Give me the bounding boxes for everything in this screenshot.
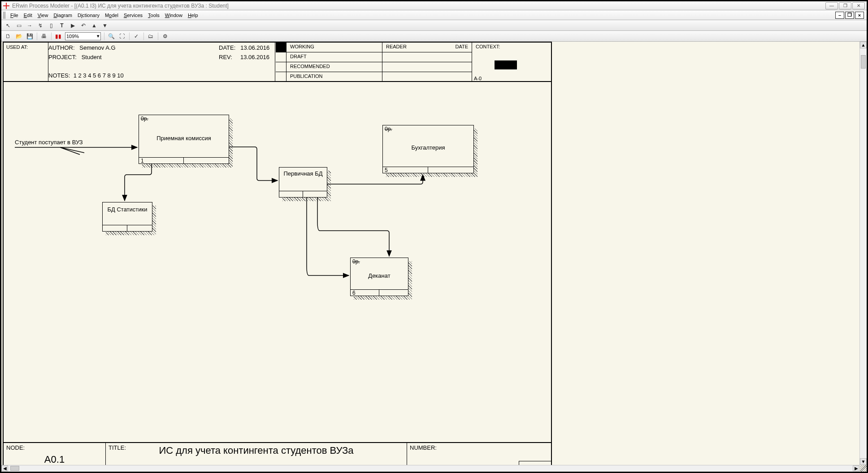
arrow-tool-icon[interactable]: → — [26, 22, 34, 30]
save-icon[interactable]: 💾 — [26, 32, 34, 40]
idef0-frame: USED AT: AUTHOR: Semenov A.G PROJECT: St… — [3, 42, 552, 465]
workspace: USED AT: AUTHOR: Semenov A.G PROJECT: St… — [1, 42, 867, 465]
activity-box-2[interactable]: 0р. Бухгалтерия 5 — [382, 125, 474, 173]
input-arrow-label: Студент поступает в ВУЗ — [15, 139, 83, 146]
go-parent-icon[interactable]: ▶ — [69, 22, 77, 30]
box1-num: 1 — [139, 158, 184, 163]
mdi-restore-button[interactable]: ❐ — [845, 12, 854, 19]
window-title: ERwin Process Modeler - [(A0.1 I3) ИС дл… — [12, 3, 229, 9]
nav-down-icon[interactable]: ▼ — [101, 22, 109, 30]
box1-title: Приемная комиссия — [139, 135, 229, 142]
horizontal-scrollbar[interactable]: ◀ ▶ — [1, 465, 859, 472]
separator — [143, 32, 144, 40]
maximize-button[interactable]: ❐ — [839, 2, 851, 9]
box5-num: 6 — [351, 290, 379, 296]
zoom-in-icon[interactable]: 🔍 — [107, 32, 115, 40]
menubar: File Edit View Diagram Dictionary Model … — [1, 10, 867, 20]
status-marker — [276, 43, 286, 52]
zoom-select[interactable]: 109% ▾ — [65, 32, 101, 40]
separator — [157, 32, 158, 40]
scroll-thumb[interactable] — [861, 55, 866, 69]
label-author: AUTHOR: — [48, 44, 75, 51]
label-date: DATE: — [219, 44, 235, 51]
menu-services[interactable]: Services — [121, 12, 145, 19]
context-thumbnail — [495, 60, 517, 69]
label-date2: DATE — [445, 43, 472, 52]
box3-title: Первичная БД — [279, 170, 327, 177]
reports-icon[interactable]: ▮▮ — [54, 32, 62, 40]
mdi-close-button[interactable]: × — [855, 12, 864, 19]
print-icon[interactable]: 🖶 — [40, 32, 48, 40]
value-rev: 13.06.2016 — [240, 54, 269, 60]
minimize-button[interactable]: — — [825, 2, 838, 9]
box2-title: Бухгалтерия — [383, 144, 473, 151]
header-used-at: USED AT: — [4, 43, 48, 82]
toolbar-drawing: ↖ ▭ → ↯ ▯ T ▶ ↶ ▲ ▼ — [1, 20, 867, 31]
datastore-box-3[interactable]: Первичная БД — [279, 167, 327, 198]
activity-box-1[interactable]: 0р. Приемная комиссия 1 — [139, 115, 229, 164]
size-grip[interactable] — [860, 465, 867, 472]
pointer-tool-icon[interactable]: ↖ — [4, 22, 12, 30]
scroll-right-icon[interactable]: ▶ — [853, 465, 859, 471]
label-reader: READER — [382, 43, 445, 52]
scroll-up-icon[interactable]: ▲ — [860, 42, 867, 48]
titlebar: ERwin Process Modeler - [(A0.1 I3) ИС дл… — [1, 1, 867, 10]
separator — [104, 32, 104, 40]
menu-diagram[interactable]: Diagram — [51, 12, 75, 19]
page-number-box — [519, 461, 551, 465]
model-explorer-icon[interactable]: 🗂 — [147, 32, 155, 40]
status-working: WORKING — [286, 43, 382, 52]
box5-title: Деканат — [351, 272, 408, 279]
grip-handle[interactable] — [3, 12, 6, 19]
value-project: Student — [82, 54, 102, 60]
status-recommended: RECOMMENDED — [286, 62, 382, 72]
scroll-left-icon[interactable]: ◀ — [1, 465, 8, 471]
label-context: CONTEXT: — [476, 44, 547, 49]
scroll-down-icon[interactable]: ▼ — [860, 458, 867, 465]
datastore-box-4[interactable]: БД Статистики — [102, 202, 152, 232]
context-code: A-0 — [474, 76, 482, 81]
toolbar-standard: 🗋 📂 💾 🖶 ▮▮ 109% ▾ 🔍 ⛶ ✓ 🗂 ⚙ — [1, 31, 867, 42]
menu-model[interactable]: Model — [102, 12, 121, 19]
mdi-minimize-button[interactable]: – — [835, 12, 844, 19]
close-button[interactable]: ✕ — [852, 2, 865, 9]
label-number: NUMBER: — [410, 444, 548, 451]
text-tool-icon[interactable]: T — [58, 22, 66, 30]
undo-icon[interactable]: ↶ — [79, 22, 87, 30]
diagram-canvas[interactable]: USED AT: AUTHOR: Semenov A.G PROJECT: St… — [1, 42, 867, 465]
label-rev: REV: — [219, 54, 232, 60]
activity-box-tool-icon[interactable]: ▭ — [15, 22, 23, 30]
vertical-scrollbar[interactable]: ▲ ▼ — [859, 42, 867, 465]
menu-window[interactable]: Window — [162, 12, 185, 19]
label-project: PROJECT: — [48, 54, 77, 60]
zoom-value: 109% — [66, 34, 79, 39]
activity-box-5[interactable]: 0р. Деканат 6 — [350, 258, 408, 296]
dropdown-icon: ▾ — [97, 33, 100, 39]
label-node: NODE: — [6, 444, 103, 451]
menu-help[interactable]: Help — [185, 12, 201, 19]
open-icon[interactable]: 📂 — [15, 32, 23, 40]
box4-title: БД Статистики — [103, 206, 152, 213]
label-notes: NOTES: — [48, 72, 70, 79]
properties-icon[interactable]: ⚙ — [161, 32, 169, 40]
menu-dictionary[interactable]: Dictionary — [75, 12, 102, 19]
new-icon[interactable]: 🗋 — [4, 32, 12, 40]
nav-up-icon[interactable]: ▲ — [90, 22, 98, 30]
status-draft: DRAFT — [286, 52, 382, 62]
menu-view[interactable]: View — [35, 12, 51, 19]
spellcheck-icon[interactable]: ✓ — [132, 32, 140, 40]
box2-num: 5 — [383, 167, 428, 173]
external-ref-tool-icon[interactable]: ▯ — [47, 22, 55, 30]
separator — [129, 32, 130, 40]
menu-file[interactable]: File — [8, 12, 21, 19]
separator — [51, 32, 52, 40]
value-notes: 1 2 3 4 5 6 7 8 9 10 — [74, 72, 124, 79]
scroll-thumb-h[interactable] — [10, 466, 19, 471]
zoom-fit-icon[interactable]: ⛶ — [118, 32, 126, 40]
value-node: A0.1 — [6, 454, 103, 465]
value-title: ИС для учета контингента студентов ВУЗа — [106, 445, 407, 456]
menu-tools[interactable]: Tools — [145, 12, 162, 19]
squiggle-tool-icon[interactable]: ↯ — [36, 22, 44, 30]
menu-edit[interactable]: Edit — [21, 12, 35, 19]
value-date: 13.06.2016 — [240, 44, 269, 51]
